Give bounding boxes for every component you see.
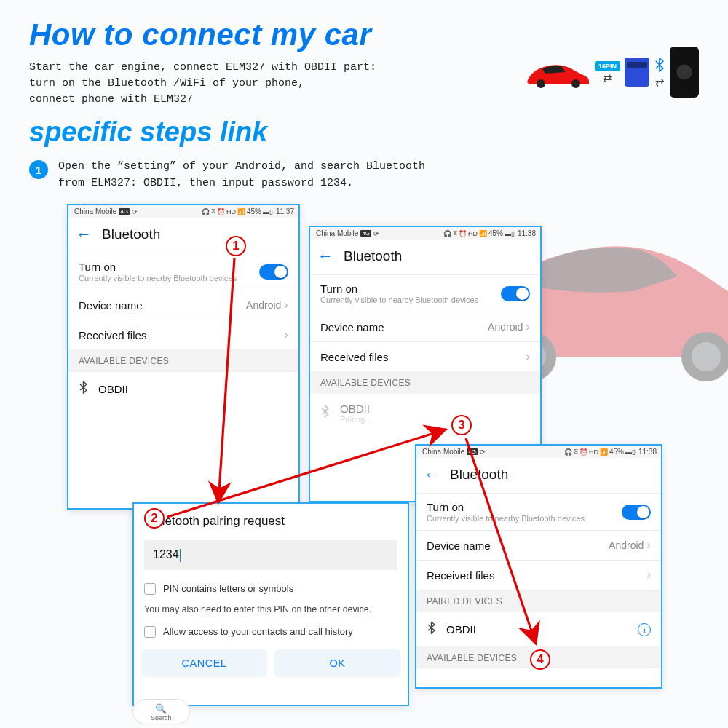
turn-on-label: Turn on xyxy=(427,501,585,513)
step-1-badge: 1 xyxy=(29,160,48,179)
svg-point-3 xyxy=(692,342,721,371)
dialog-note: You may also need to enter this PIN on t… xyxy=(134,599,408,622)
bluetooth-toggle[interactable] xyxy=(622,505,651,520)
diagram-arrows-1: ⇄ xyxy=(603,72,612,83)
received-files-label: Received files xyxy=(79,329,146,341)
pin-symbols-row[interactable]: PIN contains letters or symbols xyxy=(134,579,408,599)
bluetooth-header: Bluetooth xyxy=(450,467,508,483)
screenshot-1-bluetooth-list: China Mobile4G⟳ 🎧⧖⏰HD📶45%▬▯11:37 ← Bluet… xyxy=(67,204,300,510)
diagram-bluetooth-icon xyxy=(654,58,665,76)
device-obdii-label: OBDII xyxy=(98,383,128,395)
diagram-obd-device-icon xyxy=(625,58,649,87)
search-button[interactable]: 🔍 Search xyxy=(132,699,190,724)
step-1: 1 Open the “setting” of your Android, an… xyxy=(29,159,425,191)
device-obdii-paired-row[interactable]: OBDII i xyxy=(416,612,661,646)
status-bar: China Mobile4G⟳ 🎧⧖⏰HD📶45%▬▯11:38 xyxy=(310,227,540,240)
main-title: How to connect my car xyxy=(29,17,371,52)
received-files-row[interactable]: Received files › xyxy=(416,560,661,590)
received-files-row[interactable]: Received files › xyxy=(310,341,540,371)
device-name-row[interactable]: Device name Android› xyxy=(68,290,298,320)
ok-button[interactable]: OK xyxy=(274,649,400,677)
info-icon[interactable]: i xyxy=(638,623,651,636)
chevron-right-icon: › xyxy=(646,568,651,582)
chevron-right-icon: › xyxy=(526,349,530,364)
diagram-pin-label: 16PIN xyxy=(595,61,620,71)
time-label: 11:37 xyxy=(276,207,294,215)
bluetooth-toggle[interactable] xyxy=(259,264,288,280)
back-arrow-icon[interactable]: ← xyxy=(317,247,333,266)
bluetooth-icon xyxy=(320,405,330,422)
checkbox-icon[interactable] xyxy=(144,626,156,638)
connection-diagram: 16PIN ⇄ ⇄ xyxy=(525,47,699,98)
annotation-circle-4: 4 xyxy=(530,649,550,670)
visible-subtitle: Currently visible to nearby Bluetooth de… xyxy=(427,514,585,523)
chevron-right-icon: › xyxy=(284,328,288,342)
device-name-row[interactable]: Device name Android› xyxy=(310,312,540,341)
available-devices-label: AVAILABLE DEVICES xyxy=(310,371,540,393)
allow-contacts-row[interactable]: Allow access to your contacts and call h… xyxy=(134,622,408,642)
device-name-label: Device name xyxy=(79,299,143,312)
bluetooth-header: Bluetooth xyxy=(344,248,402,264)
bluetooth-icon xyxy=(427,621,436,638)
bluetooth-icon xyxy=(79,381,88,397)
checkbox-icon[interactable] xyxy=(144,583,156,595)
visible-subtitle: Currently visible to nearby Bluetooth de… xyxy=(320,296,478,304)
pin-input[interactable]: 1234 xyxy=(144,540,397,570)
device-obdii-label: OBDII xyxy=(340,403,371,415)
back-arrow-icon[interactable]: ← xyxy=(424,465,440,484)
diagram-arrows-2: ⇄ xyxy=(655,76,665,87)
cancel-button[interactable]: CANCEL xyxy=(141,649,267,677)
device-name-row[interactable]: Device name Android› xyxy=(416,530,661,560)
turn-on-label: Turn on xyxy=(79,261,237,273)
annotation-circle-3: 3 xyxy=(451,415,472,435)
available-devices-label: AVAILABLE DEVICES xyxy=(68,349,298,371)
search-icon: 🔍 xyxy=(155,703,167,714)
allow-contacts-label: Allow access to your contacts and call h… xyxy=(163,626,353,637)
svg-point-6 xyxy=(571,79,580,88)
chevron-right-icon: › xyxy=(646,538,651,553)
pairing-status: Pairing... xyxy=(340,415,371,424)
device-obdii-row[interactable]: OBDII xyxy=(68,371,298,406)
annotation-circle-2: 2 xyxy=(144,508,165,529)
diagram-phone-icon xyxy=(670,47,699,98)
screenshot-2-pairing-dialog: Bluetooth pairing request 1234 PIN conta… xyxy=(132,502,409,706)
diagram-car-icon xyxy=(525,56,590,89)
device-obdii-pairing-row[interactable]: OBDII Pairing... xyxy=(310,393,540,432)
bluetooth-toggle[interactable] xyxy=(501,286,530,301)
status-bar: China Mobile4G⟳ 🎧⧖⏰HD📶45%▬▯11:37 xyxy=(68,205,298,218)
carrier-label: China Mobile xyxy=(74,207,116,215)
device-obdii-label: OBDII xyxy=(446,623,476,636)
intro-text: Start the car engine, connect ELM327 wit… xyxy=(29,60,376,107)
pin-symbols-label: PIN contains letters or symbols xyxy=(163,583,293,594)
received-files-row[interactable]: Received files › xyxy=(68,320,298,349)
search-label: Search xyxy=(151,714,172,721)
bluetooth-header: Bluetooth xyxy=(102,226,160,242)
chevron-right-icon: › xyxy=(284,298,288,312)
battery-label: 45% xyxy=(247,207,261,215)
device-name-value: Android xyxy=(246,299,281,311)
visible-subtitle: Currently visible to nearby Bluetooth de… xyxy=(79,274,237,282)
chevron-right-icon: › xyxy=(526,320,530,334)
turn-on-label: Turn on xyxy=(320,282,478,295)
status-bar: China Mobile4G⟳ 🎧⧖⏰HD📶45%▬▯11:38 xyxy=(416,446,661,458)
pin-value: 1234 xyxy=(153,548,179,561)
back-arrow-icon[interactable]: ← xyxy=(76,225,92,244)
network-tag: 4G xyxy=(119,208,130,215)
dialog-title: Bluetooth pairing request xyxy=(134,504,408,537)
subtitle: specific steps link xyxy=(29,116,267,148)
annotation-circle-1: 1 xyxy=(226,236,246,256)
svg-point-5 xyxy=(537,79,545,88)
paired-devices-label: PAIRED DEVICES xyxy=(416,590,661,612)
step-1-text: Open the “setting” of your Android, and … xyxy=(58,159,425,191)
